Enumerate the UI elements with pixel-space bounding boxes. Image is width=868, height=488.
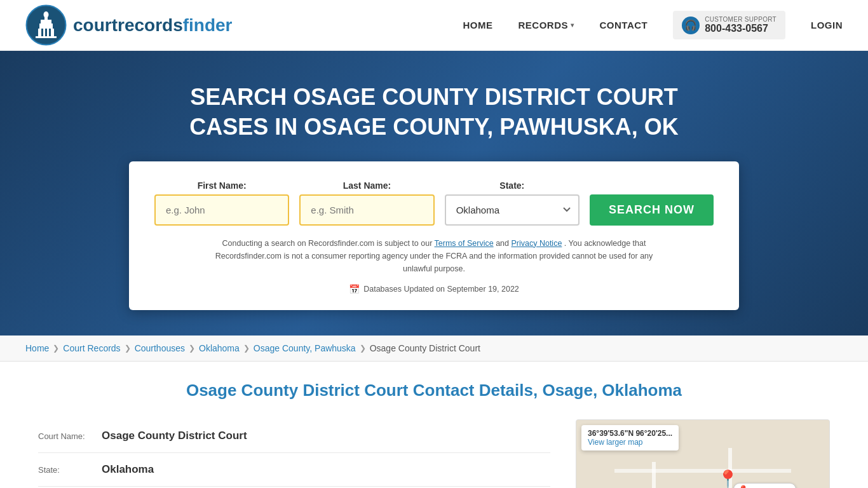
breadcrumb-osage-county[interactable]: Osage County, Pawhuska — [254, 343, 356, 353]
hotel-label: 📍Hotel Whiting — [733, 483, 796, 488]
breadcrumb-sep-4: ❯ — [243, 344, 250, 353]
breadcrumb-court-records[interactable]: Court Records — [63, 343, 120, 353]
support-area[interactable]: 🎧 CUSTOMER SUPPORT 800-433-0567 — [673, 11, 785, 39]
svg-point-5 — [44, 11, 49, 18]
last-name-group: Last Name: — [299, 180, 434, 226]
breadcrumb-oklahoma[interactable]: Oklahoma — [199, 343, 240, 353]
breadcrumb-sep-2: ❯ — [125, 344, 131, 353]
details-map-row: Court Name: Osage County District Court … — [38, 419, 830, 488]
state-label: State: — [445, 180, 580, 191]
nav-contact[interactable]: CONTACT — [600, 20, 648, 30]
main-content: Osage County District Court Contact Deta… — [0, 362, 868, 488]
breadcrumb-sep-5: ❯ — [360, 344, 366, 353]
court-name-value: Osage County District Court — [102, 430, 247, 442]
privacy-link[interactable]: Privacy Notice — [511, 239, 562, 248]
nav-login[interactable]: LOGIN — [811, 20, 843, 30]
first-name-group: First Name: — [154, 180, 289, 226]
breadcrumb-home[interactable]: Home — [25, 343, 49, 353]
main-nav: HOME RECORDS ▾ CONTACT 🎧 CUSTOMER SUPPOR… — [463, 11, 843, 39]
map-larger-link[interactable]: View larger map — [588, 438, 642, 447]
svg-rect-8 — [45, 29, 47, 36]
svg-rect-7 — [41, 29, 43, 36]
breadcrumb-courthouses[interactable]: Courthouses — [135, 343, 185, 353]
breadcrumb: Home ❯ Court Records ❯ Courthouses ❯ Okl… — [25, 343, 843, 353]
breadcrumb-sep-3: ❯ — [189, 344, 195, 353]
state-detail-label: State: — [38, 465, 95, 475]
support-text: CUSTOMER SUPPORT 800-433-0567 — [705, 16, 776, 34]
chevron-down-icon: ▾ — [571, 22, 574, 29]
map-section[interactable]: 📍 📍Hotel Whiting 36°39'53.6"N 96°20'25..… — [576, 419, 830, 488]
breadcrumb-sep-1: ❯ — [53, 344, 59, 353]
hero-content: SEARCH OSAGE COUNTY DISTRICT COURT CASES… — [13, 83, 855, 310]
map-coords: 36°39'53.6"N 96°20'25... View larger map — [581, 425, 679, 451]
state-group: State: AlabamaAlaskaArizonaArkansasCalif… — [445, 180, 580, 226]
state-detail-value: Oklahoma — [102, 463, 154, 476]
state-select[interactable]: AlabamaAlaskaArizonaArkansasCaliforniaCo… — [445, 194, 580, 226]
section-title: Osage County District Court Contact Deta… — [38, 381, 830, 400]
logo-text: courtrecordsfinder — [73, 15, 233, 36]
search-fields: First Name: Last Name: State: AlabamaAla… — [154, 180, 714, 226]
court-name-row: Court Name: Osage County District Court — [38, 419, 550, 453]
search-notice: Conducting a search on Recordsfinder.com… — [212, 237, 656, 275]
logo-area[interactable]: courtrecordsfinder — [25, 4, 233, 46]
svg-rect-6 — [36, 36, 57, 38]
headphone-icon: 🎧 — [682, 17, 700, 34]
first-name-input[interactable] — [154, 194, 289, 226]
logo-icon — [25, 4, 67, 46]
breadcrumb-bar: Home ❯ Court Records ❯ Courthouses ❯ Okl… — [0, 336, 868, 362]
hero-section: SEARCH OSAGE COUNTY DISTRICT COURT CASES… — [0, 51, 868, 336]
hero-title: SEARCH OSAGE COUNTY DISTRICT COURT CASES… — [148, 83, 720, 142]
first-name-label: First Name: — [154, 180, 289, 191]
svg-rect-9 — [49, 29, 51, 36]
court-name-label: Court Name: — [38, 431, 95, 441]
nav-records[interactable]: RECORDS ▾ — [518, 20, 574, 30]
search-button[interactable]: SEARCH NOW — [590, 194, 714, 226]
terms-link[interactable]: Terms of Service — [435, 239, 494, 248]
nav-home[interactable]: HOME — [463, 20, 492, 30]
breadcrumb-current: Osage County District Court — [370, 343, 480, 353]
last-name-input[interactable] — [299, 194, 434, 226]
search-box: First Name: Last Name: State: AlabamaAla… — [129, 161, 739, 310]
details-section: Court Name: Osage County District Court … — [38, 419, 550, 487]
calendar-icon: 📅 — [349, 284, 360, 294]
site-header: courtrecordsfinder HOME RECORDS ▾ CONTAC… — [0, 0, 868, 51]
last-name-label: Last Name: — [299, 180, 434, 191]
state-row: State: Oklahoma — [38, 453, 550, 487]
hotel-pin-icon: 📍 — [738, 485, 749, 488]
db-update: 📅 Databases Updated on September 19, 202… — [154, 284, 714, 294]
map-road-2 — [614, 469, 792, 473]
map-road-3 — [652, 462, 656, 488]
